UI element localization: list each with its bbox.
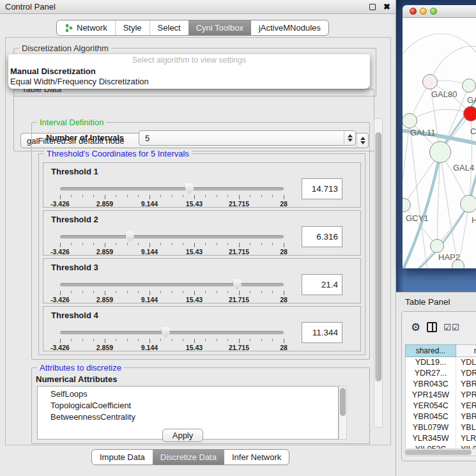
network-node[interactable] [429, 141, 451, 163]
cell-name[interactable]: YIL0 [456, 444, 476, 449]
slider-track[interactable] [60, 235, 284, 238]
minimize-traffic-light-icon[interactable] [420, 8, 427, 15]
network-node[interactable] [462, 79, 476, 93]
float-window-icon[interactable] [369, 4, 376, 10]
table-row[interactable]: YER054C YER0 [406, 401, 476, 411]
split-panel-icon[interactable] [427, 322, 437, 332]
cell-name[interactable]: YDL1 [456, 357, 476, 368]
table-row[interactable]: YLR345W YLR3 [406, 433, 476, 444]
table-row[interactable]: YBL079W YBL0 [406, 422, 476, 433]
table-horizontal-scrollbar[interactable] [404, 449, 476, 456]
threshold-label: Threshold 1 [51, 167, 98, 176]
cell-shared-name[interactable]: YIL052C [406, 444, 456, 449]
dropdown-option-manual-discretization[interactable]: Manual Discretization [8, 66, 370, 77]
network-window-titlebar[interactable] [403, 5, 476, 18]
number-of-intervals-value: 5 [139, 134, 344, 143]
table-row[interactable]: YPR145W YPR1 [406, 390, 476, 401]
gear-icon[interactable]: ⚙ [411, 322, 420, 333]
cell-name[interactable]: YBR0 [456, 379, 476, 390]
network-node[interactable] [463, 106, 476, 121]
network-node[interactable] [460, 195, 476, 213]
cell-name[interactable]: YLR3 [456, 433, 476, 444]
network-node-label: C [470, 127, 476, 136]
list-item[interactable]: BetweennessCentrality [50, 411, 338, 423]
cell-shared-name[interactable]: YBR043C [406, 379, 456, 390]
tick-label: 2.859 [96, 200, 113, 208]
cell-shared-name[interactable]: YLR345W [406, 433, 456, 444]
apply-button[interactable]: Apply [162, 429, 203, 442]
dropdown-option-equal-width-frequency[interactable]: Equal Width/Frequency Discretization [8, 77, 370, 87]
cell-shared-name[interactable]: YDR27... [406, 368, 456, 379]
network-node[interactable] [422, 74, 438, 89]
tab-network[interactable]: Network [57, 20, 115, 35]
slider-track[interactable] [60, 187, 284, 190]
attributes-scrollbar[interactable] [339, 386, 347, 440]
network-node[interactable] [430, 239, 444, 253]
close-icon[interactable]: ✖ [383, 3, 390, 11]
cell-shared-name[interactable]: YBL079W [406, 422, 456, 433]
tab-style[interactable]: Style [115, 20, 150, 35]
cell-shared-name[interactable]: YBR045C [406, 411, 456, 422]
table-panel-title: Table Panel [405, 297, 450, 307]
table-row[interactable]: YDL19... YDL1 [406, 357, 476, 368]
list-item[interactable]: TopologicalCoefficient [50, 400, 338, 411]
slider-thumb[interactable] [233, 279, 242, 290]
network-canvas[interactable]: GAL80 GA C GAL11 GAL4 GCY1 H HAP2 [403, 18, 476, 268]
tab-discretize-data[interactable]: Discretize Data [153, 450, 224, 464]
cell-shared-name[interactable]: YDL19... [406, 357, 456, 368]
bottom-tab-bar: Impute Data Discretize Data Infer Networ… [91, 449, 289, 465]
threshold-slider[interactable]: -3.426 2.859 9.144 15.43 21. [60, 277, 284, 302]
threshold-label: Threshold 4 [51, 311, 98, 320]
table-row[interactable]: YIL052C YIL0 [406, 444, 476, 449]
tick-label: 2.859 [96, 248, 113, 256]
cell-name[interactable]: YBR0 [456, 411, 476, 422]
tab-jactivemnodules[interactable]: jActiveMNodules [251, 20, 328, 35]
threshold-value-field[interactable]: 11.344 [302, 322, 342, 343]
tab-infer-network[interactable]: Infer Network [224, 450, 289, 464]
tab-impute-data-label: Impute Data [100, 452, 145, 462]
checkbox-icons[interactable]: ☑☑ [443, 323, 459, 332]
algorithm-dropdown-popup: Select algorithm to view settings Manual… [8, 54, 370, 89]
column-header-shared-name[interactable]: shared... [405, 344, 456, 357]
table-row[interactable]: YDR27... YDR2 [406, 368, 476, 379]
threshold-value-field[interactable]: 21.4 [302, 274, 342, 295]
tab-impute-data[interactable]: Impute Data [92, 450, 153, 464]
control-panel-titlebar: Control Panel ✖ [0, 0, 395, 14]
tab-select[interactable]: Select [150, 20, 188, 35]
table-row[interactable]: YBR045C YBR0 [406, 411, 476, 422]
tab-cyni-toolbox[interactable]: Cyni Toolbox [188, 20, 251, 35]
slider-track[interactable] [60, 331, 284, 334]
network-node[interactable] [403, 113, 417, 128]
slider-major-ticks [60, 195, 284, 199]
table-header-row: shared... na [405, 344, 476, 357]
interval-definition-group: Interval Definition Number of Intervals … [31, 122, 370, 360]
cell-shared-name[interactable]: YER054C [406, 401, 456, 411]
threshold-value-field[interactable]: 6.316 [302, 226, 342, 247]
threshold-slider[interactable]: -3.426 2.859 9.144 15.43 21. [60, 325, 284, 350]
slider-thumb[interactable] [162, 327, 170, 338]
header-tab-bar: Network Style Select Cyni Toolbox jActiv… [56, 20, 329, 36]
close-traffic-light-icon[interactable] [410, 8, 417, 15]
list-item[interactable]: SelfLoops [50, 388, 338, 400]
tick-label: 15.43 [186, 200, 203, 208]
slider-thumb[interactable] [185, 183, 194, 194]
panel-vertical-scrollbar[interactable] [374, 118, 383, 427]
slider-thumb[interactable] [126, 231, 134, 242]
threshold-slider[interactable]: -3.426 2.859 9.144 15.43 21. [60, 181, 284, 206]
threshold-panel: Threshold 4 -3.426 [43, 306, 361, 351]
cell-name[interactable]: YER0 [456, 401, 476, 411]
slider-track[interactable] [60, 283, 284, 286]
stepper-icon[interactable] [344, 131, 355, 145]
zoom-traffic-light-icon[interactable] [430, 8, 437, 15]
threshold-slider[interactable]: -3.426 2.859 9.144 15.43 21. [60, 229, 284, 254]
threshold-panel: Threshold 2 -3.426 [43, 210, 361, 256]
column-header-name[interactable]: na [456, 344, 476, 357]
numerical-attributes-label: Numerical Attributes [36, 374, 117, 384]
cell-name[interactable]: YBL0 [456, 422, 476, 433]
cell-name[interactable]: YPR1 [456, 390, 476, 401]
cell-shared-name[interactable]: YPR145W [406, 390, 456, 401]
threshold-value-field[interactable]: 14.713 [302, 178, 342, 199]
number-of-intervals-combobox[interactable]: 5 [139, 130, 356, 146]
table-row[interactable]: YBR043C YBR0 [406, 379, 476, 390]
cell-name[interactable]: YDR2 [456, 368, 476, 379]
